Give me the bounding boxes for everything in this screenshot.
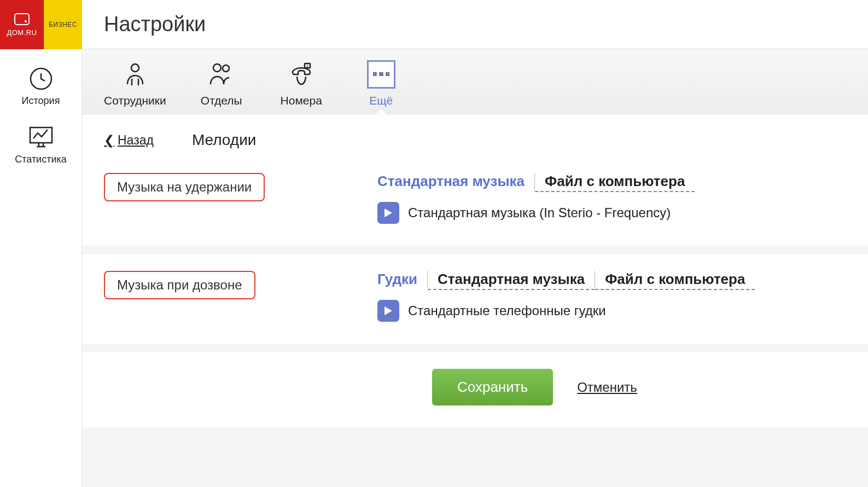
footer-actions: Сохранить Отменить [82, 352, 868, 427]
svg-point-5 [213, 64, 221, 72]
content-header: ❮ Назад Мелодии [82, 115, 868, 156]
play-button[interactable] [377, 300, 399, 322]
svg-rect-3 [30, 127, 52, 143]
tab-label: Номера [281, 94, 322, 107]
tab-departments[interactable]: Отделы [197, 60, 246, 107]
section-title: Мелодии [192, 131, 257, 149]
tab-label: Ещё [369, 94, 393, 107]
person-icon [124, 62, 146, 86]
more-icon [373, 72, 389, 77]
sidebar-item-history[interactable]: История [0, 59, 81, 118]
svg-rect-11 [386, 72, 389, 76]
phone-icon: 1 [289, 62, 313, 86]
sidebar-item-statistics[interactable]: Статистика [0, 118, 81, 176]
ring-option-file[interactable]: Файл с компьютера [595, 271, 755, 290]
hold-option-standard[interactable]: Стандартная музыка [377, 173, 534, 190]
save-button[interactable]: Сохранить [432, 369, 553, 405]
tab-numbers[interactable]: 1 Номера [277, 60, 326, 107]
svg-rect-0 [15, 14, 29, 25]
hold-music-label: Музыка на удержании [104, 173, 265, 201]
svg-rect-9 [373, 72, 376, 76]
logo-domru[interactable]: ДОМ.RU [0, 0, 44, 49]
page-title: Настройки [82, 0, 206, 49]
hold-option-file[interactable]: Файл с компьютера [535, 173, 695, 192]
sidebar: История Статистика [0, 49, 82, 487]
logo-business[interactable]: БИЗНЕС [44, 0, 82, 49]
app-header: ДОМ.RU БИЗНЕС Настройки [0, 0, 868, 49]
logo-block: ДОМ.RU БИЗНЕС [0, 0, 82, 49]
chevron-left-icon: ❮ [104, 133, 114, 148]
sidebar-item-label: История [22, 95, 60, 107]
people-icon [208, 62, 235, 86]
play-icon [385, 306, 392, 315]
svg-rect-10 [380, 72, 383, 76]
svg-point-1 [25, 20, 27, 22]
play-button[interactable] [377, 202, 399, 224]
play-icon [385, 208, 392, 217]
hold-music-panel: Музыка на удержании Стандартная музыка Ф… [82, 156, 868, 246]
svg-point-6 [223, 65, 229, 72]
ring-music-panel: Музыка при дозвоне Гудки Стандартная муз… [82, 254, 868, 344]
stats-icon [28, 125, 54, 149]
tab-label: Сотрудники [104, 94, 166, 107]
settings-tabs: Сотрудники Отделы 1 Номера Ещё [82, 49, 868, 115]
cancel-link[interactable]: Отменить [577, 380, 637, 395]
back-link[interactable]: ❮ Назад [104, 133, 154, 148]
clock-icon [29, 67, 53, 91]
hold-player: Стандартная музыка (In Sterio - Frequenc… [377, 202, 846, 224]
logo-text: ДОМ.RU [7, 28, 37, 37]
ring-option-standard[interactable]: Стандартная музыка [428, 271, 595, 290]
ring-option-tabs: Гудки Стандартная музыка Файл с компьюте… [377, 271, 846, 290]
sidebar-item-label: Статистика [15, 154, 67, 165]
hold-option-tabs: Стандартная музыка Файл с компьютера [377, 173, 846, 192]
ring-option-beeps[interactable]: Гудки [377, 271, 427, 288]
tv-icon [14, 13, 30, 25]
tab-employees[interactable]: Сотрудники [104, 60, 166, 107]
tab-label: Отделы [201, 94, 242, 107]
track-name: Стандартная музыка (In Sterio - Frequenc… [408, 205, 671, 221]
track-name: Стандартные телефонные гудки [408, 303, 606, 318]
tab-more[interactable]: Ещё [357, 60, 406, 107]
ring-player: Стандартные телефонные гудки [377, 300, 846, 322]
ring-music-label: Музыка при дозвоне [104, 271, 255, 299]
svg-text:1: 1 [306, 64, 308, 68]
svg-point-4 [131, 64, 139, 72]
